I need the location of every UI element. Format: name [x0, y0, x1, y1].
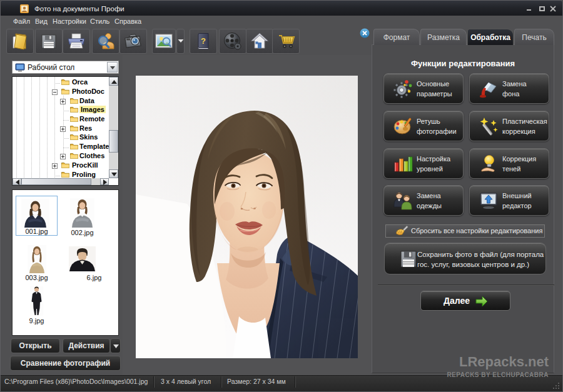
- svg-text:?: ?: [201, 36, 206, 46]
